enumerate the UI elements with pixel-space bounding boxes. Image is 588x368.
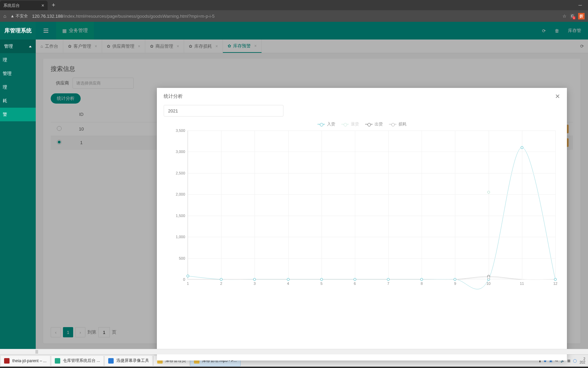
app-icon <box>55 358 60 364</box>
legend-marker-icon <box>341 124 349 124</box>
chart-point[interactable] <box>186 275 189 277</box>
x-tick-label: 3 <box>254 281 256 286</box>
chart-point[interactable] <box>354 278 356 281</box>
horizontal-scrollbar[interactable] <box>0 349 588 354</box>
sidebar: 库管理系统 管理 理 管理 理 耗 警 <box>0 22 36 349</box>
chart-point[interactable] <box>454 278 456 281</box>
sidebar-group[interactable]: 管理 <box>0 40 36 53</box>
chart-point[interactable] <box>487 191 490 194</box>
modal-title: 统计分析 <box>164 93 183 99</box>
extension-translate-icon[interactable]: G <box>570 14 575 19</box>
y-tick-label: 2,000 <box>176 192 185 196</box>
taskbar-item[interactable]: 迅捷屏幕录像工具 <box>104 355 153 366</box>
close-icon[interactable]: ✕ <box>555 93 560 100</box>
x-tick-label: 11 <box>520 281 524 286</box>
x-tick-label: 10 <box>487 281 491 286</box>
app-logo: 库管理系统 <box>0 22 36 40</box>
chart-point[interactable] <box>554 278 557 281</box>
legend-marker-icon <box>317 124 325 124</box>
sidebar-item[interactable]: 耗 <box>0 94 36 108</box>
legend-item[interactable]: 退货 <box>341 121 359 127</box>
sidebar-item[interactable]: 管理 <box>0 67 36 80</box>
tray-clock: 2 <box>579 357 585 361</box>
x-tick-label: 6 <box>354 281 356 286</box>
y-tick-label: 2,500 <box>176 171 185 175</box>
chart-point[interactable] <box>287 278 290 281</box>
home-icon[interactable]: ⌂ <box>3 13 6 19</box>
sidebar-item[interactable]: 理 <box>0 53 36 67</box>
browser-tab[interactable]: 系统后台 × <box>0 1 48 10</box>
chevron-up-icon <box>29 46 32 47</box>
chart-point[interactable] <box>487 276 490 279</box>
tray-app2-icon[interactable]: ◯ <box>573 359 577 363</box>
extension-discount-icon[interactable]: 折 <box>578 13 585 19</box>
legend-marker-icon <box>365 124 373 124</box>
chart-point[interactable] <box>320 278 323 281</box>
y-tick-label: 3,000 <box>176 150 185 154</box>
tray-date: 202 <box>579 361 585 364</box>
y-tick-label: 3,500 <box>176 128 185 133</box>
app-icon <box>108 358 114 364</box>
x-tick-label: 4 <box>287 281 289 286</box>
x-tick-label: 2 <box>220 281 222 286</box>
chart-point[interactable] <box>387 278 390 281</box>
x-tick-label: 5 <box>321 281 323 286</box>
close-icon[interactable]: × <box>42 3 44 8</box>
year-select[interactable]: 2021 <box>164 105 283 117</box>
y-tick-label: 1,500 <box>176 214 185 218</box>
sidebar-item[interactable]: 理 <box>0 80 36 94</box>
x-tick-label: 12 <box>553 281 557 286</box>
x-tick-label: 1 <box>187 281 189 286</box>
legend-item[interactable]: 损耗 <box>389 121 407 127</box>
legend-item[interactable]: 出货 <box>365 121 383 127</box>
browser-tab-title: 系统后台 <box>3 3 20 9</box>
y-tick-label: 1,000 <box>176 235 185 239</box>
insecure-badge[interactable]: ▲ 不安全 <box>10 13 28 19</box>
app-icon <box>4 358 10 364</box>
chart-point[interactable] <box>220 278 223 281</box>
window-minimize-button[interactable] <box>572 0 588 10</box>
tray-ime-icon[interactable]: ▦ <box>567 359 570 363</box>
sidebar-item[interactable]: 警 <box>0 108 36 121</box>
taskbar-item[interactable]: 仓库管理系统后台 ... <box>51 355 104 366</box>
x-tick-label: 8 <box>421 281 423 286</box>
chart-point[interactable] <box>420 278 423 281</box>
analysis-modal: 统计分析 ✕ 2021 入货退货出货损耗 05001,0001,5002,000… <box>157 88 567 361</box>
bookmark-star-icon[interactable]: ☆ <box>562 14 567 19</box>
x-tick-label: 7 <box>387 281 389 286</box>
chart-point[interactable] <box>253 278 256 281</box>
legend-marker-icon <box>389 124 396 124</box>
new-tab-button[interactable]: + <box>48 2 60 9</box>
chart-point[interactable] <box>521 146 523 149</box>
taskbar-item[interactable]: theia-jd-parent – ... <box>0 355 50 366</box>
address-bar[interactable]: 120.76.132.188/index.html#resources/page… <box>32 14 558 19</box>
y-tick-label: 500 <box>179 256 185 260</box>
y-tick-label: 0 <box>183 277 185 281</box>
x-tick-label: 9 <box>454 281 456 286</box>
legend-item[interactable]: 入货 <box>317 121 335 127</box>
